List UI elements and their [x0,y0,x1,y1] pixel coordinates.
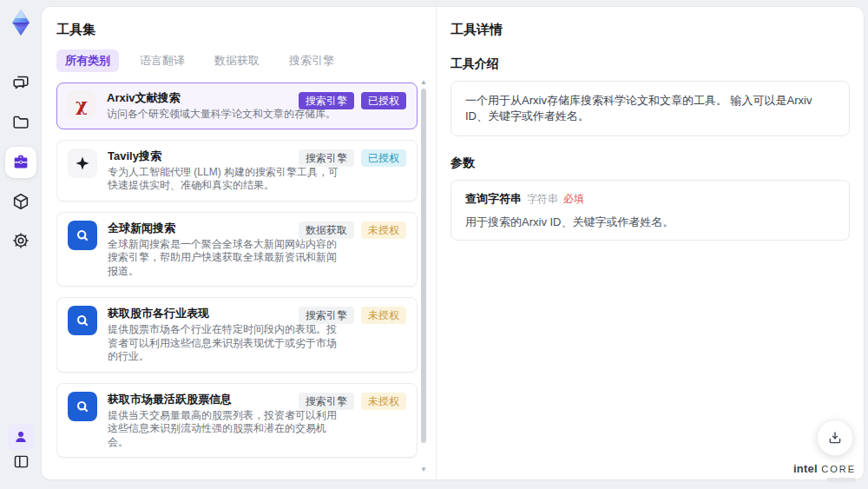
left-rail [0,0,42,489]
category-badge: 搜索引擎 [299,92,354,109]
category-tabs: 所有类别 语言翻译 数据获取 搜索引擎 [56,50,436,72]
param-box: 查询字符串 字符串 必填 用于搜索的Arxiv ID、关键字或作者姓名。 [450,180,850,241]
category-badge: 搜索引擎 [299,149,354,167]
scrollbar-thumb[interactable] [421,89,426,443]
tool-card-tavily[interactable]: Tavily搜索 专为人工智能代理 (LLM) 构建的搜索引擎工具，可快速提供实… [56,140,418,202]
arxiv-logo-icon: χ [67,90,96,120]
chat-bubbles-icon[interactable] [9,70,33,95]
scroll-down-arrow[interactable]: ▼ [418,466,429,474]
tab-all-categories[interactable]: 所有类别 [56,50,119,72]
tool-desc: 全球新闻搜索是一个聚合全球各大新闻网站内容的搜索引擎，帮助用户快速获取全球最新资… [108,238,344,279]
tool-card-sector-performance[interactable]: 获取股市各行业表现 提供股票市场各个行业在特定时间段内的表现。投资者可以利用这些… [56,297,418,373]
profile-avatar[interactable] [8,424,34,450]
param-type: 字符串 [527,192,558,207]
search-q-icon [68,392,97,421]
briefcase-icon [11,153,30,172]
app-logo[interactable] [6,8,36,37]
search-q-icon [68,221,97,250]
scroll-up-arrow[interactable]: ▲ [418,78,429,87]
user-icon [13,429,29,445]
params-heading: 参数 [450,155,850,171]
category-badge: 数据获取 [299,221,354,239]
detail-title: 工具详情 [450,21,850,37]
intro-box: 一个用于从Arxiv存储库搜索科学论文和文章的工具。 输入可以是Arxiv ID… [450,81,850,136]
status-badge: 已授权 [361,92,406,109]
download-icon [827,430,843,446]
search-q-icon [68,306,97,335]
status-badge: 未授权 [361,393,406,410]
tool-detail-pane: 工具详情 工具介绍 一个用于从Arxiv存储库搜索科学论文和文章的工具。 输入可… [437,7,864,479]
status-badge: 未授权 [361,307,406,324]
tab-translation[interactable]: 语言翻译 [131,50,194,72]
tool-desc: 访问各个研究领域大量科学论文和文章的存储库。 [107,108,343,122]
download-button[interactable] [817,420,853,456]
param-name: 查询字符串 [465,191,522,207]
tool-desc: 专为人工智能代理 (LLM) 构建的搜索引擎工具，可快速提供实时、准确和真实的结… [108,166,344,193]
panel-toggle-icon[interactable] [9,449,33,473]
tavily-star-icon [68,149,97,178]
page-title: 工具集 [56,21,436,37]
status-badge: 未授权 [361,221,406,239]
scrollbar[interactable]: ▲ ▼ [418,78,429,474]
tab-data-fetch[interactable]: 数据获取 [206,50,268,72]
tab-search-engine[interactable]: 搜索引擎 [280,50,343,72]
tool-desc: 提供当天交易量最高的股票列表，投资者可以利用这些信息来识别流动性强的股票和潜在的… [108,409,344,450]
tool-card-active-stocks[interactable]: 获取市场最活跃股票信息 提供当天交易量最高的股票列表，投资者可以利用这些信息来识… [56,383,418,459]
category-badge: 搜索引擎 [299,393,354,410]
tool-card-arxiv[interactable]: χ Arxiv文献搜索 访问各个研究领域大量科学论文和文章的存储库。 搜索引擎 … [56,83,418,129]
gear-icon[interactable] [9,228,33,253]
tool-card-global-news[interactable]: 全球新闻搜索 全球新闻搜索是一个聚合全球各大新闻网站内容的搜索引擎，帮助用户快速… [56,212,418,287]
intel-core-logo: intel CORE [793,460,856,482]
tool-list-pane: 工具集 所有类别 语言翻译 数据获取 搜索引擎 χ Arxiv文献搜索 访问各个… [42,7,437,479]
tool-desc: 提供股票市场各个行业在特定时间段内的表现。投资者可以利用这些信息来识别表现优于或… [108,323,344,364]
param-desc: 用于搜索的Arxiv ID、关键字或作者姓名。 [465,215,835,229]
intro-heading: 工具介绍 [450,56,850,72]
cube-icon[interactable] [9,189,33,214]
folder-icon[interactable] [9,110,33,135]
main-window: 工具集 所有类别 语言翻译 数据获取 搜索引擎 χ Arxiv文献搜索 访问各个… [42,7,864,479]
status-badge: 已授权 [361,149,406,167]
tools-active-tab[interactable] [5,147,36,178]
param-required-badge: 必填 [563,192,584,207]
tool-list: χ Arxiv文献搜索 访问各个研究领域大量科学论文和文章的存储库。 搜索引擎 … [56,83,418,463]
category-badge: 搜索引擎 [299,307,354,324]
